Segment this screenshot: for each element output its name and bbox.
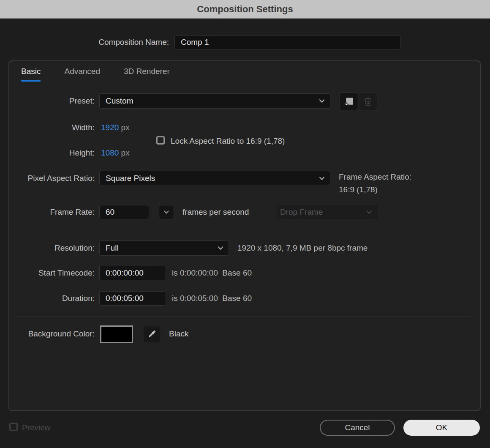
drop-frame-dropdown[interactable]: Drop Frame bbox=[277, 205, 378, 219]
pixel-aspect-ratio-label: Pixel Aspect Ratio: bbox=[9, 174, 95, 183]
save-preset-button[interactable] bbox=[340, 93, 358, 110]
ok-button[interactable]: OK bbox=[403, 420, 480, 436]
tab-bar: Basic Advanced 3D Renderer bbox=[21, 67, 170, 82]
background-color-name: Black bbox=[169, 329, 188, 339]
composition-settings-dialog: Composition Settings Composition Name: C… bbox=[0, 0, 490, 448]
resolution-dropdown[interactable]: Full bbox=[99, 240, 229, 256]
trash-icon bbox=[363, 96, 373, 107]
tab-basic[interactable]: Basic bbox=[21, 67, 41, 82]
duration-info: is 0:00:05:00 Base 60 bbox=[172, 294, 252, 303]
composition-name-label: Composition Name: bbox=[0, 38, 169, 47]
composition-name-input[interactable]: Comp 1 bbox=[174, 35, 400, 49]
height-value-row: 1080 px bbox=[101, 148, 130, 158]
dialog-title: Composition Settings bbox=[197, 4, 293, 15]
delete-preset-button[interactable] bbox=[359, 93, 377, 110]
preview-label: Preview bbox=[22, 423, 51, 432]
height-unit: px bbox=[121, 148, 130, 157]
preview-checkbox[interactable] bbox=[9, 423, 18, 431]
divider bbox=[14, 317, 470, 317]
settings-panel: Basic Advanced 3D Renderer Preset: Custo… bbox=[8, 60, 481, 411]
preset-label: Preset: bbox=[9, 96, 95, 106]
height-label: Height: bbox=[9, 148, 95, 158]
start-timecode-info: is 0:00:00:00 Base 60 bbox=[172, 268, 252, 278]
preset-value: Custom bbox=[106, 96, 133, 106]
width-value-row: 1920 px bbox=[101, 123, 130, 132]
start-timecode-input[interactable]: 0:00:00:00 bbox=[99, 266, 166, 280]
frame-rate-suffix: frames per second bbox=[182, 208, 249, 217]
start-timecode-label: Start Timecode: bbox=[9, 268, 95, 278]
chevron-down-icon bbox=[318, 97, 326, 105]
height-value[interactable]: 1080 bbox=[101, 148, 119, 157]
width-unit: px bbox=[121, 123, 130, 132]
eyedropper-button[interactable] bbox=[143, 326, 160, 343]
frame-aspect-ratio-label: Frame Aspect Ratio: bbox=[339, 172, 411, 182]
frame-rate-input[interactable]: 60 bbox=[99, 205, 149, 219]
cancel-button[interactable]: Cancel bbox=[320, 420, 395, 436]
resolution-info: 1920 x 1080, 7,9 MB per 8bpc frame bbox=[237, 243, 368, 253]
chevron-down-icon bbox=[365, 208, 373, 216]
chevron-down-icon bbox=[217, 244, 224, 252]
cancel-button-label: Cancel bbox=[345, 423, 370, 432]
chevron-down-icon bbox=[318, 175, 326, 182]
frame-rate-label: Frame Rate: bbox=[9, 208, 95, 217]
save-preset-icon bbox=[344, 96, 354, 107]
lock-aspect-checkbox[interactable] bbox=[156, 136, 165, 145]
ok-button-label: OK bbox=[436, 423, 447, 432]
drop-frame-value: Drop Frame bbox=[280, 208, 323, 217]
lock-aspect-label[interactable]: Lock Aspect Ratio to 16:9 (1,78) bbox=[171, 137, 285, 146]
start-timecode-value: 0:00:00:00 bbox=[106, 268, 144, 278]
divider bbox=[14, 230, 470, 230]
frame-rate-value: 60 bbox=[106, 208, 114, 217]
pixel-aspect-ratio-value: Square Pixels bbox=[106, 174, 155, 183]
resolution-value: Full bbox=[106, 243, 119, 253]
width-value[interactable]: 1920 bbox=[101, 123, 119, 132]
background-color-label: Background Color: bbox=[9, 329, 95, 339]
tab-advanced[interactable]: Advanced bbox=[64, 67, 100, 82]
pixel-aspect-ratio-dropdown[interactable]: Square Pixels bbox=[99, 171, 330, 186]
duration-label: Duration: bbox=[9, 294, 95, 303]
tab-3d-renderer[interactable]: 3D Renderer bbox=[124, 67, 170, 82]
width-label: Width: bbox=[9, 123, 95, 132]
background-color-swatch[interactable] bbox=[100, 325, 133, 343]
composition-name-value: Comp 1 bbox=[181, 38, 209, 47]
resolution-label: Resolution: bbox=[9, 243, 95, 253]
duration-value: 0:00:05:00 bbox=[106, 294, 144, 303]
frame-rate-dropdown-button[interactable] bbox=[159, 205, 174, 219]
chevron-down-icon bbox=[163, 209, 170, 216]
frame-aspect-ratio-value: 16:9 (1,78) bbox=[339, 185, 378, 194]
eyedropper-icon bbox=[146, 329, 157, 340]
preset-dropdown[interactable]: Custom bbox=[99, 93, 330, 109]
dialog-titlebar[interactable]: Composition Settings bbox=[0, 0, 490, 19]
duration-input[interactable]: 0:00:05:00 bbox=[99, 291, 166, 306]
